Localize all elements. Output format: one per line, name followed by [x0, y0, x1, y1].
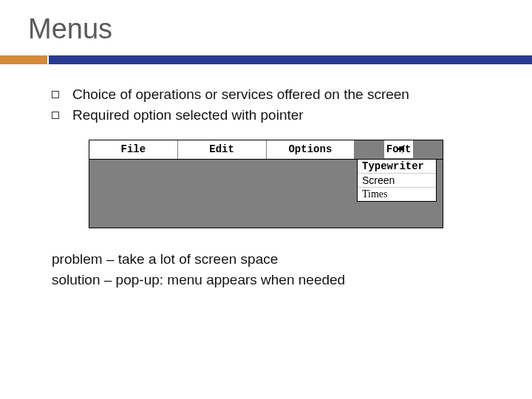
- note-solution: solution – pop-up: menu appears when nee…: [52, 270, 497, 290]
- bullet-text: Choice of operations or services offered…: [72, 86, 409, 103]
- bullet-text: Required option selected with pointer: [72, 107, 304, 123]
- menu-bar: File Edit Options Font: [89, 140, 443, 160]
- accent-orange: [0, 55, 47, 64]
- menu-window: File Edit Options Font Typewriter Screen…: [89, 140, 443, 228]
- list-item: Required option selected with pointer: [52, 107, 497, 123]
- menu-body: Typewriter Screen Times: [89, 160, 443, 228]
- menu-file[interactable]: File: [89, 140, 178, 159]
- menu-edit[interactable]: Edit: [178, 140, 267, 159]
- accent-bar: [0, 55, 532, 64]
- dropdown-item-typewriter[interactable]: Typewriter: [358, 160, 436, 174]
- dropdown-item-screen[interactable]: Screen: [358, 174, 436, 188]
- dropdown-item-times[interactable]: Times: [358, 188, 436, 201]
- bullet-icon: [52, 91, 59, 98]
- list-item: Choice of operations or services offered…: [52, 86, 497, 103]
- notes: problem – take a lot of screen space sol…: [52, 249, 497, 290]
- font-dropdown: Typewriter Screen Times: [357, 160, 437, 202]
- slide-title: Menus: [28, 13, 504, 45]
- svg-marker-0: [396, 145, 405, 155]
- bullet-icon: [52, 112, 59, 119]
- menu-font[interactable]: Font: [355, 140, 443, 159]
- menu-options[interactable]: Options: [267, 140, 355, 159]
- accent-blue: [49, 55, 532, 64]
- note-problem: problem – take a lot of screen space: [52, 249, 497, 270]
- bullet-list: Choice of operations or services offered…: [52, 86, 497, 123]
- menu-figure: File Edit Options Font Typewriter Screen…: [89, 140, 443, 228]
